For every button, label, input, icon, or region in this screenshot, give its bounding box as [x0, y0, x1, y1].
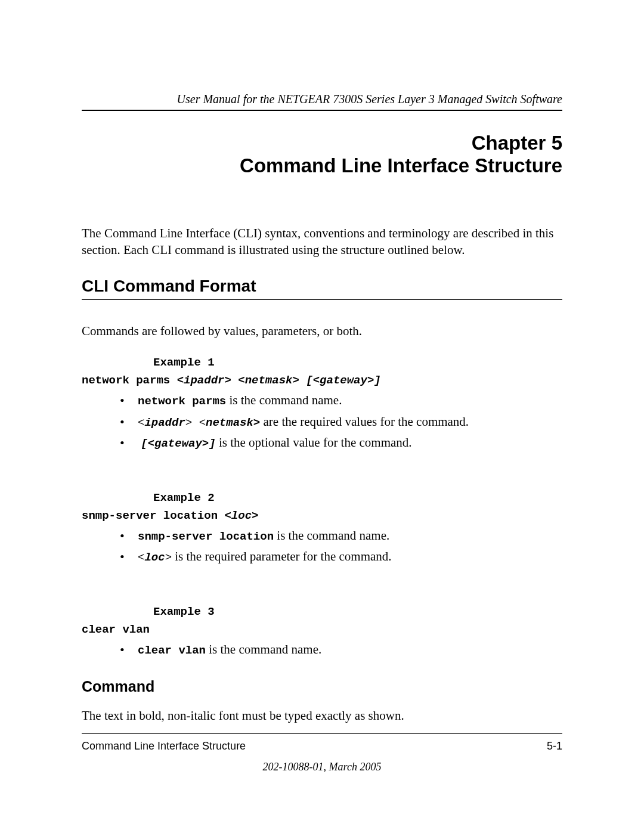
code-fragment: [<gateway>] — [141, 437, 215, 450]
list-item: [<gateway>] is the optional value for th… — [120, 434, 562, 452]
footer-row: Command Line Interface Structure 5-1 — [82, 740, 562, 753]
cmd-arg: loc — [231, 509, 252, 522]
angle-bracket: > — [165, 551, 172, 564]
bullet-text: are the required values for the command. — [260, 414, 469, 429]
intro-paragraph: The Command Line Interface (CLI) syntax,… — [82, 225, 562, 259]
example-3-bullets: clear vlan is the command name. — [82, 641, 562, 659]
running-header: User Manual for the NETGEAR 7300S Series… — [82, 92, 562, 106]
footer-rule — [82, 733, 562, 734]
chapter-name: Command Line Interface Structure — [240, 154, 562, 176]
angle-bracket: < — [224, 509, 231, 522]
cmd-args: <ipaddr> <netmask> [<gateway>] — [177, 374, 381, 387]
cmd-name: snmp-server location — [82, 509, 224, 522]
example-3-label: Example 3 — [153, 605, 562, 618]
code-fragment: network parms — [138, 395, 226, 408]
bullet-text: is the command name. — [206, 642, 321, 657]
example-2-label: Example 2 — [153, 491, 562, 504]
example-1-command: network parms <ipaddr> <netmask> [<gatew… — [82, 374, 562, 387]
example-2-bullets: snmp-server location is the command name… — [82, 527, 562, 566]
code-fragment: snmp-server location — [138, 530, 274, 543]
code-fragment: loc — [144, 551, 165, 564]
bullet-text: is the optional value for the command. — [216, 435, 412, 450]
footer-date: 202-10088-01, March 2005 — [82, 761, 562, 773]
list-item: network parms is the command name. — [120, 392, 562, 410]
list-item: <loc> is the required parameter for the … — [120, 548, 562, 566]
list-item: snmp-server location is the command name… — [120, 527, 562, 545]
list-item: clear vlan is the command name. — [120, 641, 562, 659]
chapter-number: Chapter 5 — [472, 132, 562, 154]
code-fragment: netmask> — [206, 416, 260, 429]
code-fragment: ipaddr — [144, 416, 185, 429]
page: User Manual for the NETGEAR 7300S Series… — [0, 0, 644, 833]
angle-bracket: < — [138, 416, 144, 429]
code-fragment: clear vlan — [138, 644, 206, 657]
angle-bracket: > — [252, 509, 258, 522]
bullet-text: is the command name. — [226, 393, 342, 407]
example-1-label: Example 1 — [153, 356, 562, 369]
angle-bracket: > < — [185, 416, 206, 429]
example-1-bullets: network parms is the command name. <ipad… — [82, 392, 562, 452]
chapter-title: Chapter 5 Command Line Interface Structu… — [82, 132, 562, 177]
footer-page-number: 5-1 — [547, 740, 562, 753]
subsection-body: The text in bold, non-italic font must b… — [82, 707, 562, 724]
example-3-command: clear vlan — [82, 623, 562, 636]
header-rule — [82, 110, 562, 111]
example-2-command: snmp-server location <loc> — [82, 509, 562, 522]
section-intro: Commands are followed by values, paramet… — [82, 323, 562, 339]
angle-bracket: < — [138, 551, 144, 564]
cmd-name: network parms — [82, 374, 177, 387]
bullet-text: is the required parameter for the comman… — [172, 549, 392, 563]
footer-section-name: Command Line Interface Structure — [82, 740, 246, 753]
bullet-text: is the command name. — [274, 528, 389, 543]
page-footer: Command Line Interface Structure 5-1 202… — [82, 733, 562, 773]
section-heading-cli-format: CLI Command Format — [82, 277, 562, 296]
list-item: <ipaddr> <netmask> are the required valu… — [120, 413, 562, 431]
section-rule — [82, 299, 562, 300]
subsection-heading-command: Command — [82, 678, 562, 695]
